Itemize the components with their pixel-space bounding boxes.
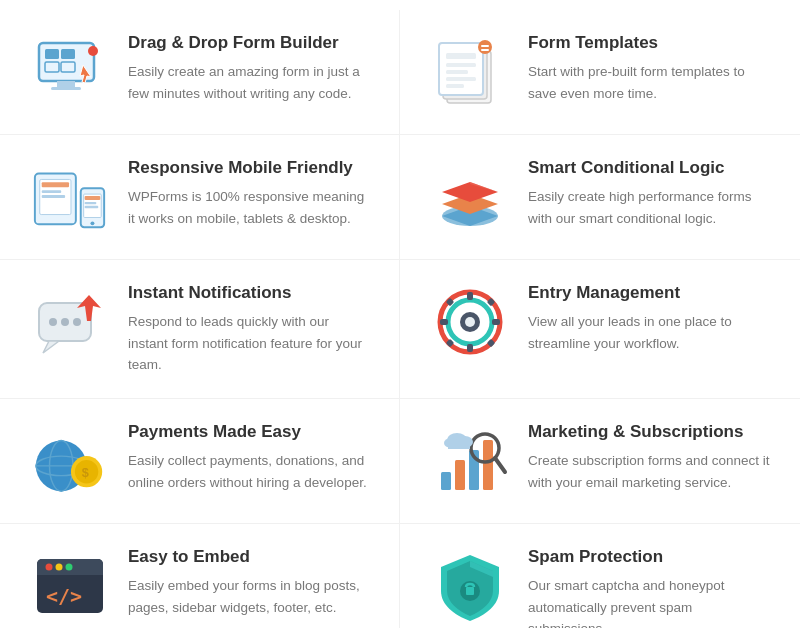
- svg-marker-34: [442, 182, 498, 202]
- spam-text: Spam Protection Our smart captcha and ho…: [528, 546, 770, 628]
- svg-rect-62: [455, 460, 465, 490]
- svg-rect-6: [61, 62, 75, 72]
- spam-icon: [430, 546, 510, 626]
- feature-marketing: Marketing & Subscriptions Create subscri…: [400, 399, 800, 524]
- svg-marker-37: [43, 341, 59, 353]
- feature-notifications: Instant Notifications Respond to leads q…: [0, 260, 400, 399]
- svg-point-74: [46, 563, 53, 570]
- spam-desc: Our smart captcha and honeypot automatic…: [528, 575, 770, 628]
- marketing-desc: Create subscription forms and connect it…: [528, 450, 770, 493]
- marketing-title: Marketing & Subscriptions: [528, 421, 770, 443]
- svg-rect-24: [42, 195, 65, 198]
- feature-payments: $ Payments Made Easy Easily collect paym…: [0, 399, 400, 524]
- svg-rect-79: [466, 587, 474, 595]
- svg-rect-28: [85, 202, 97, 204]
- conditional-title: Smart Conditional Logic: [528, 157, 770, 179]
- svg-rect-47: [440, 319, 448, 325]
- svg-text:</>: </>: [46, 584, 82, 608]
- marketing-icon: [430, 421, 510, 501]
- embed-desc: Easily embed your forms in blog posts, p…: [128, 575, 369, 618]
- payments-desc: Easily collect payments, donations, and …: [128, 450, 369, 493]
- responsive-desc: WPForms is 100% responsive meaning it wo…: [128, 186, 369, 229]
- entry-text: Entry Management View all your leads in …: [528, 282, 770, 354]
- svg-point-38: [49, 318, 57, 326]
- svg-rect-13: [446, 63, 476, 67]
- payments-icon: $: [30, 421, 110, 501]
- form-templates-title: Form Templates: [528, 32, 770, 54]
- form-templates-text: Form Templates Start with pre-built form…: [528, 32, 770, 104]
- svg-rect-61: [441, 472, 451, 490]
- svg-text:$: $: [82, 465, 89, 479]
- marketing-text: Marketing & Subscriptions Create subscri…: [528, 421, 770, 493]
- svg-rect-46: [467, 344, 473, 352]
- embed-icon: </>: [30, 546, 110, 626]
- feature-conditional: Smart Conditional Logic Easily create hi…: [400, 135, 800, 260]
- drag-drop-icon: [30, 32, 110, 112]
- svg-point-76: [66, 563, 73, 570]
- feature-embed: </> Easy to Embed Easily embed your form…: [0, 524, 400, 628]
- entry-title: Entry Management: [528, 282, 770, 304]
- svg-rect-22: [42, 182, 69, 187]
- svg-rect-23: [42, 190, 62, 193]
- drag-drop-desc: Easily create an amazing form in just a …: [128, 61, 369, 104]
- svg-rect-64: [483, 440, 493, 490]
- responsive-title: Responsive Mobile Friendly: [128, 157, 369, 179]
- svg-rect-1: [57, 81, 75, 87]
- drag-drop-text: Drag & Drop Form Builder Easily create a…: [128, 32, 369, 104]
- feature-spam: Spam Protection Our smart captcha and ho…: [400, 524, 800, 628]
- drag-drop-title: Drag & Drop Form Builder: [128, 32, 369, 54]
- svg-rect-16: [446, 84, 464, 88]
- svg-point-40: [73, 318, 81, 326]
- responsive-text: Responsive Mobile Friendly WPForms is 10…: [128, 157, 369, 229]
- svg-rect-45: [467, 292, 473, 300]
- form-templates-icon: [430, 32, 510, 112]
- payments-text: Payments Made Easy Easily collect paymen…: [128, 421, 369, 493]
- notifications-title: Instant Notifications: [128, 282, 369, 304]
- conditional-text: Smart Conditional Logic Easily create hi…: [528, 157, 770, 229]
- svg-rect-29: [85, 206, 99, 208]
- svg-rect-2: [51, 87, 81, 90]
- svg-rect-19: [481, 49, 489, 51]
- svg-rect-14: [446, 70, 468, 74]
- svg-rect-27: [85, 196, 101, 200]
- svg-rect-18: [481, 45, 489, 47]
- conditional-desc: Easily create high performance forms wit…: [528, 186, 770, 229]
- entry-desc: View all your leads in one place to stre…: [528, 311, 770, 354]
- svg-point-75: [56, 563, 63, 570]
- conditional-icon: [430, 157, 510, 237]
- notifications-icon: [30, 282, 110, 362]
- notifications-desc: Respond to leads quickly with our instan…: [128, 311, 369, 376]
- svg-rect-4: [61, 49, 75, 59]
- spam-title: Spam Protection: [528, 546, 770, 568]
- features-grid: Drag & Drop Form Builder Easily create a…: [0, 0, 800, 628]
- svg-rect-70: [448, 444, 470, 449]
- svg-rect-12: [446, 53, 476, 59]
- notifications-text: Instant Notifications Respond to leads q…: [128, 282, 369, 376]
- svg-point-8: [88, 46, 98, 56]
- payments-title: Payments Made Easy: [128, 421, 369, 443]
- embed-text: Easy to Embed Easily embed your forms in…: [128, 546, 369, 618]
- feature-entry: Entry Management View all your leads in …: [400, 260, 800, 399]
- svg-line-66: [495, 458, 505, 472]
- feature-form-templates: Form Templates Start with pre-built form…: [400, 10, 800, 135]
- embed-title: Easy to Embed: [128, 546, 369, 568]
- svg-point-53: [465, 317, 475, 327]
- feature-responsive: Responsive Mobile Friendly WPForms is 10…: [0, 135, 400, 260]
- feature-drag-drop: Drag & Drop Form Builder Easily create a…: [0, 10, 400, 135]
- svg-rect-15: [446, 77, 476, 81]
- svg-rect-3: [45, 49, 59, 59]
- form-templates-desc: Start with pre-built form templates to s…: [528, 61, 770, 104]
- entry-icon: [430, 282, 510, 362]
- svg-point-39: [61, 318, 69, 326]
- responsive-icon: [30, 157, 110, 237]
- svg-rect-5: [45, 62, 59, 72]
- svg-rect-48: [492, 319, 500, 325]
- svg-point-30: [90, 221, 94, 225]
